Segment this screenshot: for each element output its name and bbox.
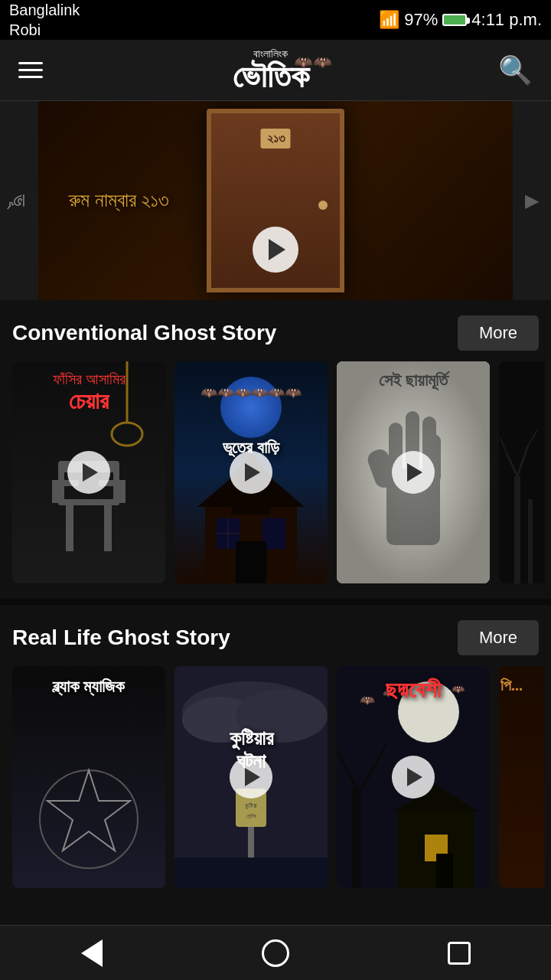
svg-point-35: [40, 770, 138, 868]
haunted-play-button[interactable]: [230, 451, 272, 494]
banner-side-right: ▶: [513, 101, 551, 300]
disguise-label: ছদ্মবেশী: [337, 677, 490, 704]
card-chair[interactable]: ফাঁসির আসামির চেয়ার: [12, 361, 165, 583]
status-bar: Banglalink Robi 📶 97% 4:11 p.m.: [0, 0, 551, 40]
section-divider-1: [0, 599, 551, 605]
door-graphic: ২১৩: [207, 109, 344, 292]
chair-card-label1: ফাঁসির আসামির: [12, 371, 165, 388]
disguise-play-button[interactable]: [392, 756, 435, 799]
svg-rect-4: [104, 505, 112, 551]
card-kushtia[interactable]: কুষ্টিয়া সেন্টার কুষ্টিয়ার ঘটনা: [174, 666, 328, 888]
card-shadow[interactable]: সেই ছায়ামূর্তি: [337, 361, 490, 583]
shadow-label: সেই ছায়ামূর্তি: [337, 371, 490, 390]
door-scene: রুম নাম্বার ২১৩ ২১৩: [38, 101, 513, 300]
banner-main[interactable]: রুম নাম্বার ২১৩ ২১৩: [38, 101, 513, 300]
bat-decoration: 🦇🦇: [294, 53, 332, 71]
conventional-more-button[interactable]: More: [458, 315, 539, 351]
chair-play-button[interactable]: [67, 451, 110, 494]
home-button[interactable]: [253, 930, 298, 976]
reallife-title: Real Life Ghost Story: [12, 626, 230, 650]
play-icon: [407, 463, 422, 482]
svg-rect-2: [58, 499, 119, 505]
app-logo: বাংলালিংক ভৌতিক 🦇🦇: [233, 48, 309, 93]
banner-title: রুম নাম্বার ২১৩: [69, 188, 169, 214]
play-icon: [83, 463, 98, 482]
hero-banner[interactable]: ভূ রুম নাম্বার ২১৩ ২১৩ ▶: [0, 101, 551, 300]
bottom-navigation: [0, 925, 551, 980]
svg-rect-3: [66, 505, 73, 551]
recents-button[interactable]: [436, 930, 482, 976]
svg-rect-29: [514, 476, 520, 583]
svg-rect-45: [174, 858, 328, 888]
svg-text:কুষ্টিয়া: কুষ্টিয়া: [245, 802, 257, 809]
reallife-section-header: Real Life Ghost Story More: [0, 605, 551, 666]
banner-side-left: ভূ: [0, 101, 38, 300]
shadow-play-button[interactable]: [392, 451, 435, 494]
menu-button[interactable]: [18, 62, 43, 78]
bats-decoration: 🦇🦇🦇🦇🦇🦇: [174, 384, 328, 401]
search-button[interactable]: 🔍: [498, 54, 533, 87]
signal-icon: 📶: [379, 10, 399, 30]
svg-text:সেন্টার: সেন্টার: [246, 813, 256, 819]
conventional-section-header: Conventional Ghost Story More: [0, 300, 551, 361]
svg-rect-28: [499, 361, 545, 583]
home-icon: [262, 939, 289, 967]
kushtia-label1: কুষ্টিয়ার: [174, 727, 328, 750]
carrier1: Banglalink: [9, 2, 80, 18]
card-disguise[interactable]: 🦇 🦇 🦇 ছদ্মবেশী: [337, 666, 490, 888]
door-knob: [318, 201, 328, 210]
banner-side-text: ভূ: [7, 194, 31, 207]
card-partial-1[interactable]: [499, 361, 545, 583]
blackmagic-label: ব্ল্যাক ম্যাজিক: [12, 677, 165, 697]
partial-label: পি...: [500, 677, 523, 694]
svg-point-1: [112, 423, 142, 446]
svg-rect-18: [236, 541, 266, 583]
svg-rect-51: [352, 789, 361, 888]
conventional-thumbnails: ফাঁসির আসামির চেয়ার 🦇🦇🦇🦇🦇🦇: [0, 361, 551, 599]
back-icon: [81, 939, 103, 967]
battery-icon: [442, 14, 467, 26]
dark-trees-svg: [499, 361, 545, 583]
svg-marker-36: [47, 770, 130, 851]
card-haunted[interactable]: 🦇🦇🦇🦇🦇🦇 ভূতের বাড়ি: [174, 361, 328, 583]
play-icon: [269, 239, 285, 260]
carrier-info: Banglalink Robi: [9, 0, 80, 40]
card-blackmagic[interactable]: ব্ল্যাক ম্যাজিক: [12, 666, 165, 888]
play-icon: [245, 768, 260, 786]
carrier2: Robi: [9, 21, 41, 38]
chair-card-label2: চেয়ার: [12, 388, 165, 415]
svg-rect-30: [528, 499, 533, 583]
svg-rect-59: [436, 854, 453, 888]
conventional-title: Conventional Ghost Story: [12, 321, 276, 345]
pentagram-svg: [35, 766, 142, 873]
battery-level: 97%: [404, 10, 438, 30]
card-partial-2[interactable]: পি...: [499, 666, 545, 888]
reallife-more-button[interactable]: More: [458, 620, 539, 655]
recents-icon: [448, 942, 471, 965]
banner-play-button[interactable]: [253, 227, 298, 273]
navbar: বাংলালিংক ভৌতিক 🦇🦇 🔍: [0, 40, 551, 101]
kushtia-play-button[interactable]: [230, 756, 272, 799]
play-icon: [245, 463, 260, 482]
back-button[interactable]: [69, 930, 115, 976]
time: 4:11 p.m.: [471, 10, 542, 30]
play-icon: [407, 768, 422, 786]
reallife-thumbnails: ব্ল্যাক ম্যাজিক কুষ্টি: [0, 666, 551, 903]
status-right: 📶 97% 4:11 p.m.: [379, 10, 542, 30]
door-number: ২১৩: [261, 129, 291, 149]
